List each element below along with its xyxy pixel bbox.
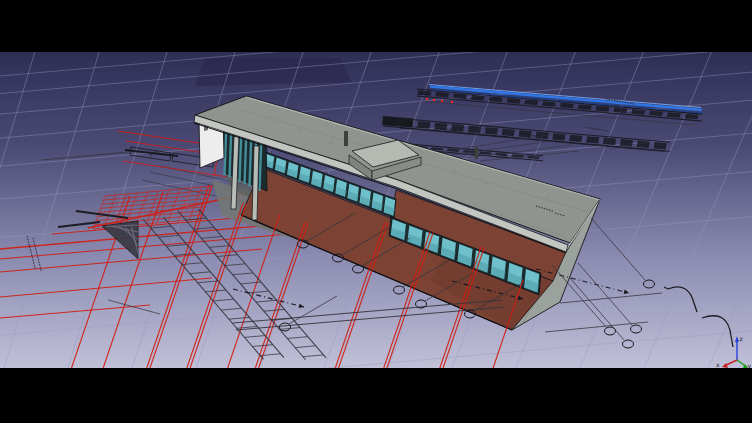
letterbox-bottom xyxy=(0,368,752,423)
viewport-3d[interactable]: z x y xyxy=(0,0,752,423)
distant-plane-shade xyxy=(195,58,352,86)
application-window: z x y xyxy=(0,0,752,423)
axis-z-label: z xyxy=(740,335,743,342)
letterbox-top xyxy=(0,0,752,52)
axis-x-label: x xyxy=(716,361,720,368)
